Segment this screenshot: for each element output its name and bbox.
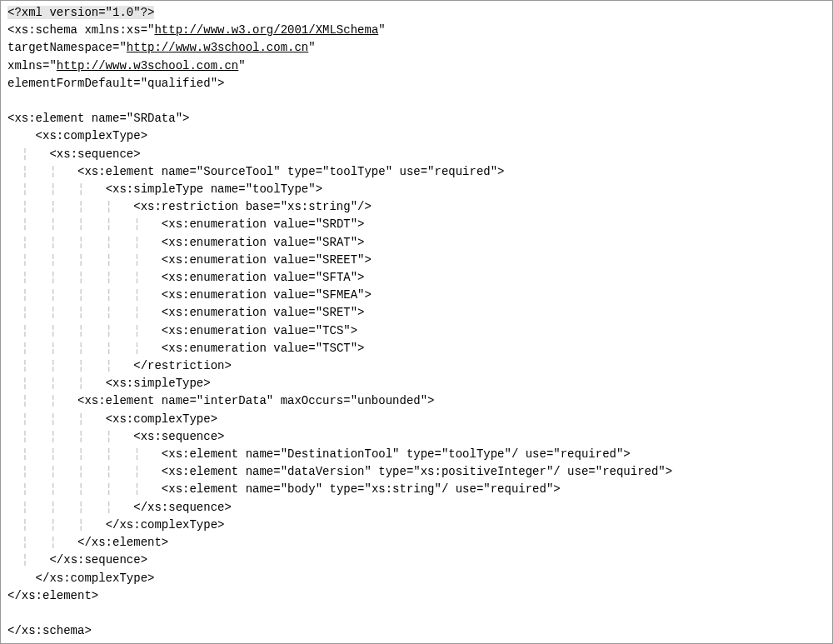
code-line: ¦ ¦ ¦ ¦ <xs:sequence>	[7, 430, 224, 443]
code-line: ¦ ¦ ¦ ¦ <xs:restriction base="xs:string"…	[7, 200, 372, 213]
code-line: ¦ ¦ ¦ </xs:complexType>	[7, 518, 224, 532]
indent-guide: ¦ ¦ ¦ ¦ ¦	[7, 217, 162, 231]
code-line: </xs:schema>	[7, 624, 92, 637]
indent-guide: ¦ ¦ ¦	[7, 518, 106, 532]
indent-guide: ¦ ¦ ¦ ¦	[7, 430, 133, 443]
indent-guide: ¦ ¦ ¦ ¦ ¦	[7, 465, 162, 478]
url-link[interactable]: http://www.w3.org/2001/XMLSchema	[154, 23, 378, 37]
indent-guide: ¦ ¦ ¦	[7, 377, 106, 390]
indent-guide: ¦ ¦ ¦ ¦ ¦	[7, 482, 162, 496]
code-line: ¦ ¦ ¦ ¦ ¦ <xs:enumeration value="SRAT">	[7, 236, 364, 249]
xml-declaration: <?xml version="1.0"?>	[7, 6, 154, 19]
code-viewer: <?xml version="1.0"?> <xs:schema xmlns:x…	[0, 0, 833, 644]
indent-guide: ¦ ¦ ¦ ¦	[7, 200, 133, 213]
code-line: targetNamespace="http://www.w3school.com…	[7, 41, 316, 54]
code-line: </xs:complexType>	[7, 572, 154, 585]
url-link[interactable]: http://www.w3school.com.cn	[127, 41, 308, 54]
code-line: ¦ ¦ ¦ <xs:complexType>	[7, 412, 217, 426]
indent-guide: ¦ ¦ ¦ ¦ ¦	[7, 447, 162, 461]
code-line: <xs:schema xmlns:xs="http://www.w3.org/2…	[7, 23, 386, 37]
code-line: ¦ ¦ <xs:element name="SourceTool" type="…	[7, 165, 505, 178]
code-line: ¦ ¦ ¦ ¦ ¦ <xs:enumeration value="TCS">	[7, 324, 357, 337]
code-line: ¦ ¦ ¦ ¦ ¦ <xs:enumeration value="SFMEA">	[7, 288, 372, 302]
indent-guide: ¦ ¦ ¦	[7, 182, 106, 196]
indent-guide: ¦ ¦ ¦ ¦	[7, 359, 133, 372]
code-line: xmlns="http://www.w3school.com.cn"	[7, 59, 246, 72]
indent-guide	[7, 572, 36, 585]
indent-guide: ¦ ¦ ¦ ¦	[7, 501, 133, 514]
indent-guide: ¦	[7, 553, 49, 567]
code-line: ¦ ¦ ¦ ¦ </xs:sequence>	[7, 501, 232, 514]
code-line: </xs:element>	[7, 589, 98, 602]
indent-guide: ¦ ¦	[7, 536, 77, 549]
code-line: elementFormDefault="qualified">	[7, 77, 224, 90]
indent-guide: ¦ ¦ ¦ ¦ ¦	[7, 342, 162, 355]
code-line: ¦ ¦ ¦ <xs:simpleType>	[7, 377, 211, 390]
code-line: ¦ ¦ </xs:element>	[7, 536, 168, 549]
indent-guide: ¦ ¦ ¦ ¦ ¦	[7, 236, 162, 249]
code-line: ¦ ¦ ¦ ¦ ¦ <xs:enumeration value="SRET">	[7, 306, 364, 319]
indent-guide: ¦ ¦ ¦ ¦ ¦	[7, 306, 162, 319]
code-line: ¦ ¦ ¦ <xs:simpleType name="toolType">	[7, 182, 322, 196]
xml-code-block: <?xml version="1.0"?> <xs:schema xmlns:x…	[7, 4, 826, 640]
code-line: ¦ ¦ ¦ ¦ </restriction>	[7, 359, 232, 372]
indent-guide: ¦ ¦ ¦	[7, 412, 106, 426]
indent-guide: ¦ ¦ ¦ ¦ ¦	[7, 324, 162, 337]
code-line: ¦ ¦ ¦ ¦ ¦ <xs:enumeration value="SRDT">	[7, 217, 364, 231]
indent-guide: ¦ ¦ ¦ ¦ ¦	[7, 271, 162, 284]
code-line: ¦ <xs:sequence>	[7, 147, 141, 161]
indent-guide: ¦ ¦	[7, 394, 77, 407]
code-line: <?xml version="1.0"?>	[7, 6, 154, 19]
indent-guide: ¦	[7, 147, 49, 161]
code-line: ¦ ¦ <xs:element name="interData" maxOccu…	[7, 394, 435, 407]
url-link[interactable]: http://www.w3school.com.cn	[57, 59, 238, 72]
code-line: ¦ ¦ ¦ ¦ ¦ <xs:enumeration value="TSCT">	[7, 342, 364, 355]
indent-guide: ¦ ¦	[7, 165, 77, 178]
code-line: ¦ ¦ ¦ ¦ ¦ <xs:enumeration value="SFTA">	[7, 271, 364, 284]
code-line: <xs:complexType>	[7, 129, 147, 142]
indent-guide: ¦ ¦ ¦ ¦ ¦	[7, 288, 162, 302]
code-line: <xs:element name="SRData">	[7, 112, 189, 125]
code-line: ¦ ¦ ¦ ¦ ¦ <xs:enumeration value="SREET">	[7, 253, 372, 267]
code-line: ¦ ¦ ¦ ¦ ¦ <xs:element name="body" type="…	[7, 482, 561, 496]
indent-guide: ¦ ¦ ¦ ¦ ¦	[7, 253, 162, 267]
code-line: ¦ </xs:sequence>	[7, 553, 147, 567]
code-line: ¦ ¦ ¦ ¦ ¦ <xs:element name="DestinationT…	[7, 447, 631, 461]
code-line: ¦ ¦ ¦ ¦ ¦ <xs:element name="dataVersion"…	[7, 465, 672, 478]
indent-guide	[7, 129, 36, 142]
